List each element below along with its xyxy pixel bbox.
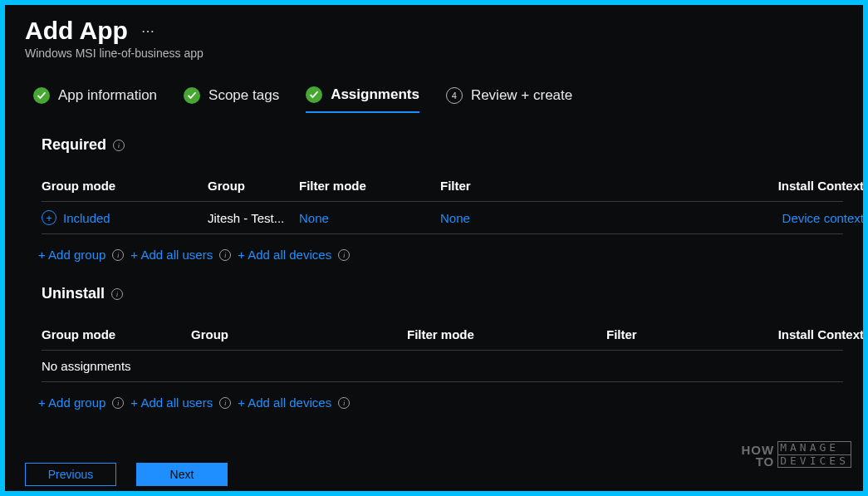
info-icon[interactable]: i [338, 249, 350, 261]
col-group: Group [208, 179, 299, 193]
wm-to: TO [742, 456, 775, 468]
no-assignments-text: No assignments [42, 351, 843, 382]
uninstall-add-links: + Add group i + Add all users i + Add al… [38, 395, 843, 410]
section-title: Uninstall [42, 285, 105, 302]
step-scope-tags[interactable]: Scope tags [184, 86, 279, 113]
wm-devices: DEVICES [777, 454, 851, 468]
cell-filter-mode[interactable]: None [299, 211, 440, 225]
previous-button[interactable]: Previous [25, 463, 116, 486]
add-all-users-link[interactable]: + Add all users [130, 395, 213, 410]
check-icon [306, 86, 322, 103]
col-group-mode: Group mode [42, 327, 191, 341]
table-row[interactable]: + Included Jitesh - Test... None None De… [42, 202, 843, 234]
info-icon[interactable]: i [219, 397, 231, 409]
col-filter: Filter [606, 327, 756, 341]
info-icon[interactable]: i [113, 140, 125, 151]
add-all-devices-link[interactable]: + Add all devices [238, 395, 331, 410]
step-review-create[interactable]: 4 Review + create [446, 86, 572, 113]
cell-install-context[interactable]: Device context [756, 211, 863, 225]
group-mode-label: Included [63, 211, 110, 225]
add-app-panel: Add App ⋯ Windows MSI line-of-business a… [5, 5, 863, 491]
col-install-context: Install Context [756, 179, 863, 193]
table-header: Group mode Group Filter mode Filter Inst… [42, 319, 843, 351]
step-label: App information [58, 87, 157, 104]
col-group: Group [191, 327, 407, 341]
uninstall-table: Group mode Group Filter mode Filter Inst… [42, 319, 843, 351]
info-icon[interactable]: i [112, 397, 124, 409]
cell-group-mode[interactable]: + Included [42, 210, 208, 225]
cell-filter[interactable]: None [440, 211, 756, 225]
cell-group: Jitesh - Test... [208, 211, 299, 225]
step-app-information[interactable]: App information [33, 86, 157, 113]
step-label: Assignments [331, 86, 419, 103]
info-icon[interactable]: i [111, 288, 123, 300]
col-group-mode: Group mode [42, 179, 208, 193]
add-group-link[interactable]: + Add group [38, 395, 105, 410]
watermark: HOW TO MANAGE DEVICES [742, 441, 851, 468]
info-icon[interactable]: i [219, 249, 231, 261]
watermark-box: MANAGE DEVICES [777, 441, 851, 468]
section-uninstall-header: Uninstall i [42, 285, 843, 302]
info-icon[interactable]: i [112, 249, 124, 261]
step-label: Scope tags [208, 87, 279, 104]
add-all-users-link[interactable]: + Add all users [130, 248, 213, 262]
next-button[interactable]: Next [136, 463, 228, 486]
section-title: Required [42, 136, 106, 154]
wm-manage: MANAGE [777, 441, 851, 454]
page-subtitle: Windows MSI line-of-business app [25, 47, 843, 60]
header: Add App ⋯ [25, 17, 843, 45]
required-add-links: + Add group i + Add all users i + Add al… [38, 248, 843, 262]
stepper: App information Scope tags Assignments 4… [33, 86, 843, 113]
add-all-devices-link[interactable]: + Add all devices [238, 248, 331, 262]
plus-circle-icon: + [42, 210, 56, 225]
required-table: Group mode Group Filter mode Filter Inst… [42, 170, 843, 234]
table-header: Group mode Group Filter mode Filter Inst… [42, 170, 843, 202]
check-icon [33, 87, 50, 104]
check-icon [184, 87, 200, 104]
watermark-howto: HOW TO [742, 444, 775, 469]
add-group-link[interactable]: + Add group [38, 248, 105, 262]
step-label: Review + create [471, 87, 572, 104]
col-filter-mode: Filter mode [299, 179, 440, 193]
col-filter-mode: Filter mode [407, 327, 606, 341]
footer: Previous Next [25, 463, 228, 486]
info-icon[interactable]: i [338, 397, 350, 409]
page-title: Add App [25, 17, 128, 45]
col-install-context: Install Context [756, 327, 863, 341]
section-required-header: Required i [42, 136, 843, 154]
step-number-icon: 4 [446, 87, 463, 104]
col-filter: Filter [440, 179, 756, 193]
more-icon[interactable]: ⋯ [141, 23, 156, 39]
step-assignments[interactable]: Assignments [306, 86, 419, 113]
